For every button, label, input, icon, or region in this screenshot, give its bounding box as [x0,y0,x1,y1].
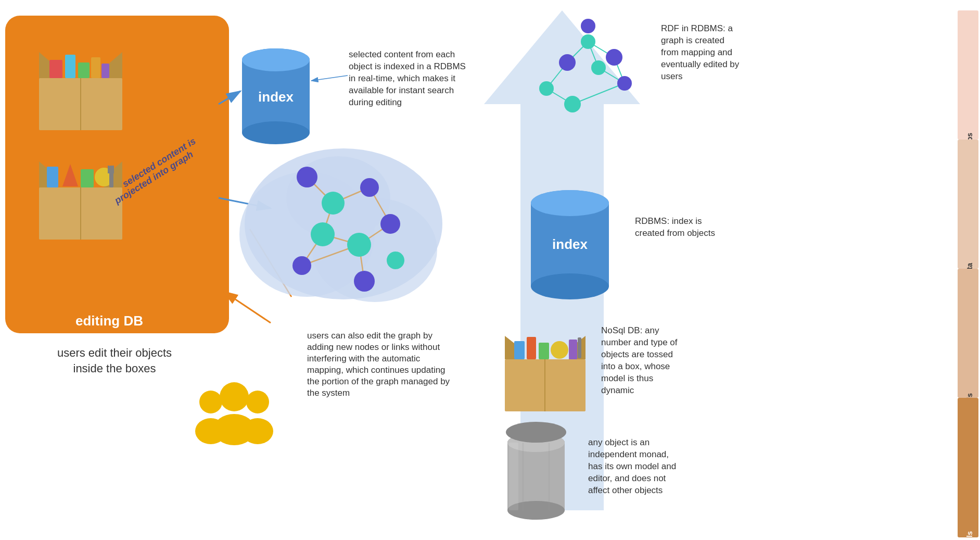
svg-point-83 [581,19,595,33]
svg-line-43 [302,234,323,266]
svg-point-48 [322,192,345,215]
rdf-text-3: from mapping and [661,47,732,57]
users-edit-text: users edit their objects [57,346,172,359]
svg-rect-95 [539,343,549,359]
svg-rect-93 [514,341,525,359]
svg-marker-63 [484,10,640,510]
svg-point-86 [531,273,609,299]
svg-rect-98 [578,337,581,358]
svg-point-34 [245,148,442,299]
monad-text-1: any object is an [588,437,650,447]
svg-rect-14 [39,187,122,240]
svg-marker-89 [505,336,521,359]
svg-rect-0 [5,16,229,333]
svg-point-37 [286,156,390,240]
svg-line-72 [546,89,572,104]
svg-point-78 [606,49,622,66]
svg-rect-24 [242,60,310,133]
index-desc-3: in real-time, which makes it [349,73,455,83]
svg-point-35 [239,172,375,297]
svg-point-53 [292,256,311,275]
svg-point-79 [539,81,554,96]
svg-point-99 [507,433,565,452]
svg-line-62 [311,76,348,81]
svg-marker-3 [104,52,122,78]
svg-rect-66 [958,269,978,398]
svg-rect-8 [78,62,90,78]
svg-point-23 [242,48,310,71]
monad-text-3: has its own model and [588,461,676,471]
svg-rect-11 [39,187,122,240]
index-desc: selected content from each [349,49,455,59]
svg-line-38 [307,177,333,203]
index-desc-2: object is indexed in a RDBMS [349,61,466,71]
svg-rect-64 [958,10,978,140]
users-graph-4: mapping, which continues updating [307,365,446,375]
svg-rect-20 [109,166,113,187]
svg-marker-90 [569,336,586,359]
svg-point-55 [387,252,404,269]
rdf-text-1: RDF in RDBMS: a [661,23,733,33]
users-graph-2: adding new nodes or links without [307,342,440,352]
rdf-text-2: graph is created [661,35,724,45]
index-desc-5: during editing [349,97,402,107]
svg-line-75 [599,68,625,83]
svg-line-41 [323,234,359,245]
monad-text-2: independent monad, [588,449,669,459]
proj-text: selected content is [121,136,198,190]
svg-point-49 [360,178,379,197]
svg-marker-17 [62,164,78,186]
svg-rect-97 [569,340,577,359]
nosql-text-2: number and type of [601,337,678,347]
svg-rect-7 [65,55,75,78]
svg-point-52 [380,214,400,234]
svg-line-40 [323,203,333,234]
svg-point-26 [242,48,310,71]
svg-line-44 [359,245,364,281]
svg-rect-85 [531,203,609,286]
svg-line-70 [588,42,614,57]
svg-point-57 [213,414,255,445]
svg-line-71 [614,57,625,83]
users-edit-text-2: inside the boxes [73,362,156,375]
svg-line-45 [370,187,390,224]
svg-point-84 [531,190,609,216]
svg-point-101 [507,501,565,520]
editing-db-label: editing DB [75,313,143,329]
rdf-text-5: users [661,71,683,81]
index-label-right: index [552,236,588,252]
svg-rect-6 [49,60,62,78]
svg-marker-12 [39,161,57,187]
nosql-text-1: NoSql DB: any [601,325,659,335]
svg-point-76 [559,54,576,71]
svg-point-77 [581,34,595,49]
svg-rect-100 [507,443,565,510]
svg-line-69 [546,62,567,89]
svg-rect-106 [509,443,518,510]
svg-point-61 [242,418,273,444]
svg-point-58 [199,391,222,413]
users-graph-3: interfering with the automatic [307,354,421,363]
svg-line-46 [302,245,359,266]
rdbms-text-2: created from objects [635,228,715,238]
svg-point-102 [507,433,565,452]
svg-point-56 [220,382,249,411]
svg-rect-10 [101,64,109,78]
svg-rect-65 [958,140,978,269]
svg-rect-94 [527,337,536,359]
svg-point-25 [242,121,310,144]
index-label: index [258,89,294,105]
svg-point-19 [95,168,113,186]
svg-point-87 [531,190,609,216]
index-desc-4: available for instant search [349,85,454,95]
svg-point-51 [347,233,371,257]
svg-rect-4 [39,78,122,130]
svg-point-82 [591,60,606,75]
svg-line-29 [224,292,271,323]
users-graph-5: the portion of the graph managed by [307,376,450,386]
section-basic: basic models [965,531,974,540]
proj-text-2: projected into graph [112,149,195,206]
svg-point-96 [551,341,568,359]
section-relationships: relationships [965,133,974,178]
svg-rect-1 [39,78,122,130]
